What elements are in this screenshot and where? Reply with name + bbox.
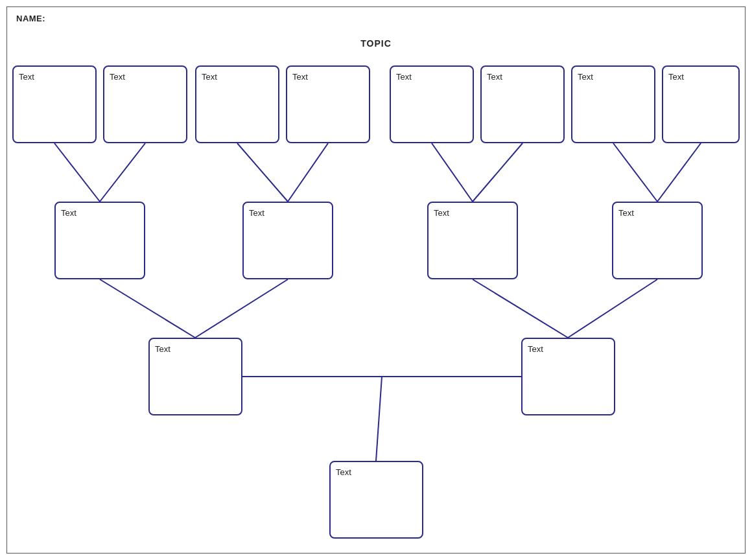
svg-line-13 xyxy=(376,377,382,461)
svg-line-2 xyxy=(237,143,288,202)
svg-line-0 xyxy=(54,143,100,202)
box-r3b2[interactable]: Text xyxy=(521,338,615,415)
svg-line-11 xyxy=(568,279,657,338)
box-r1b3[interactable]: Text xyxy=(195,65,279,143)
svg-line-9 xyxy=(195,279,288,338)
box-r2b2[interactable]: Text xyxy=(242,202,333,279)
svg-line-10 xyxy=(473,279,568,338)
box-r1b1[interactable]: Text xyxy=(12,65,97,143)
topic-label: TOPIC xyxy=(7,38,745,49)
box-r1b2[interactable]: Text xyxy=(103,65,187,143)
svg-line-5 xyxy=(473,143,523,202)
box-r1b7[interactable]: Text xyxy=(571,65,655,143)
svg-line-3 xyxy=(288,143,328,202)
box-r2b3[interactable]: Text xyxy=(427,202,518,279)
name-label: NAME: xyxy=(16,14,45,23)
box-r1b6[interactable]: Text xyxy=(480,65,565,143)
box-r1b5[interactable]: Text xyxy=(390,65,474,143)
box-r2b4[interactable]: Text xyxy=(612,202,703,279)
box-r4b1[interactable]: Text xyxy=(329,461,423,539)
svg-line-4 xyxy=(432,143,473,202)
page: NAME: TOPIC xyxy=(6,6,746,554)
svg-line-8 xyxy=(100,279,195,338)
box-r3b1[interactable]: Text xyxy=(148,338,242,415)
svg-line-1 xyxy=(100,143,145,202)
box-r1b8[interactable]: Text xyxy=(662,65,740,143)
box-r1b4[interactable]: Text xyxy=(286,65,370,143)
svg-line-6 xyxy=(613,143,657,202)
svg-line-7 xyxy=(657,143,701,202)
box-r2b1[interactable]: Text xyxy=(54,202,145,279)
